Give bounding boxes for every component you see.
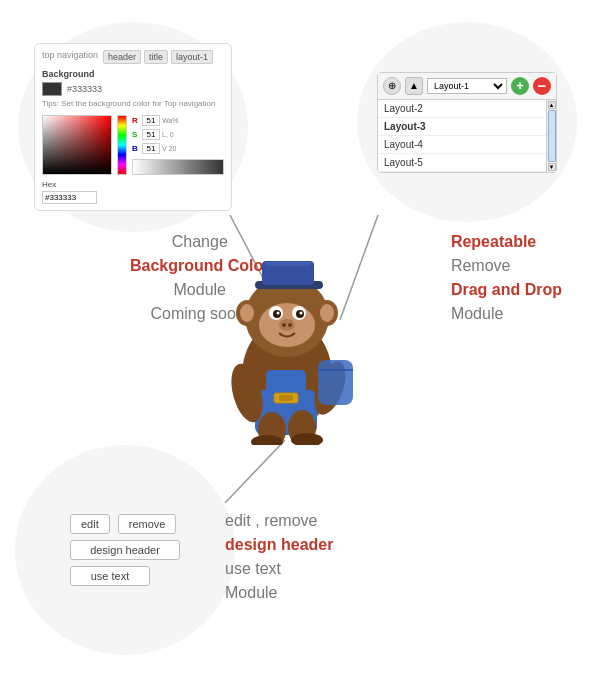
svg-rect-21 xyxy=(265,262,311,266)
tab-layout[interactable]: layout-1 xyxy=(171,50,213,64)
b-unit: V 20 xyxy=(162,145,176,152)
monkey-svg xyxy=(200,245,375,445)
use-text-button[interactable]: use text xyxy=(70,566,150,586)
layout-list: Layout-2 Layout-3 Layout-4 Layout-5 ▲ ▼ xyxy=(378,100,556,172)
desc-edit-module: edit , remove design header use text Mod… xyxy=(225,509,333,605)
edit-button[interactable]: edit xyxy=(70,514,110,534)
layout-scrollbar[interactable]: ▲ ▼ xyxy=(546,100,556,172)
g-unit: L, 0 xyxy=(162,131,174,138)
desc-tr-line2: Remove xyxy=(451,257,511,274)
up-icon[interactable]: ▲ xyxy=(405,77,423,95)
layout-bubble: ⊕ ▲ Layout-1 Layout-2 Layout-3 Layout-4 … xyxy=(357,22,577,222)
g-label: S xyxy=(132,130,140,139)
svg-point-13 xyxy=(282,323,286,327)
r-label: R xyxy=(132,116,140,125)
desc-tr-line4: Module xyxy=(451,305,503,322)
design-header-button[interactable]: design header xyxy=(70,540,180,560)
desc-bl-line1: edit , remove xyxy=(225,512,317,529)
g-input[interactable] xyxy=(142,129,160,140)
layout-item-3[interactable]: Layout-3 xyxy=(378,118,556,136)
scroll-down[interactable]: ▼ xyxy=(548,163,556,171)
desc-bl-line2: design header xyxy=(225,536,333,553)
bg-color-swatch[interactable] xyxy=(42,82,62,96)
bg-swatch-row: #333333 xyxy=(42,82,224,96)
desc-tr-line1: Repeatable xyxy=(451,233,536,250)
nav-tabs-row: top navigation header title layout-1 xyxy=(42,50,224,64)
svg-point-10 xyxy=(277,312,280,315)
remove-layout-button[interactable]: − xyxy=(533,77,551,95)
add-layout-button[interactable]: + xyxy=(511,77,529,95)
hex-label: Hex xyxy=(42,180,56,189)
nav-label: top navigation xyxy=(42,50,98,64)
bg-hex-display: #333333 xyxy=(67,84,102,94)
layout-item-5[interactable]: Layout-5 xyxy=(378,154,556,172)
hex-row: Hex xyxy=(42,180,224,204)
svg-point-14 xyxy=(288,323,292,327)
b-label: B xyxy=(132,144,140,153)
hue-slider[interactable] xyxy=(117,115,127,175)
svg-rect-28 xyxy=(318,360,353,405)
svg-point-16 xyxy=(240,304,254,322)
desc-bl-line3: use text xyxy=(225,560,281,577)
desc-bl-line4: Module xyxy=(225,584,277,601)
layout-item-2[interactable]: Layout-2 xyxy=(378,100,556,118)
remove-button[interactable]: remove xyxy=(118,514,177,534)
svg-rect-25 xyxy=(279,395,293,401)
bg-label: Background xyxy=(42,69,224,79)
tab-title[interactable]: title xyxy=(144,50,168,64)
r-slider-row: R Wa% xyxy=(132,115,224,126)
bg-tip-text: Tips: Set the background color for Top n… xyxy=(42,99,224,109)
scroll-up[interactable]: ▲ xyxy=(548,101,556,109)
svg-point-12 xyxy=(279,319,295,331)
desc-repeatable: Repeatable Remove Drag and Drop Module xyxy=(451,230,562,326)
rgb-sliders: R Wa% S L, 0 B V 20 xyxy=(132,115,224,175)
b-input[interactable] xyxy=(142,143,160,154)
layout-toolbar: ⊕ ▲ Layout-1 Layout-2 Layout-3 Layout-4 … xyxy=(378,73,556,100)
tab-header[interactable]: header xyxy=(103,50,141,64)
button-panel: edit remove design header use text xyxy=(60,504,190,596)
r-input[interactable] xyxy=(142,115,160,126)
hex-input[interactable] xyxy=(42,191,97,204)
scroll-thumb[interactable] xyxy=(548,110,556,162)
layout-dropdown[interactable]: Layout-1 Layout-2 Layout-3 Layout-4 Layo… xyxy=(427,78,507,94)
b-slider-row: B V 20 xyxy=(132,143,224,154)
svg-point-18 xyxy=(320,304,334,322)
nav-icon[interactable]: ⊕ xyxy=(383,77,401,95)
alpha-slider[interactable] xyxy=(132,159,224,175)
svg-line-2 xyxy=(225,440,285,503)
layout-panel: ⊕ ▲ Layout-1 Layout-2 Layout-3 Layout-4 … xyxy=(377,72,557,173)
color-picker-bubble: top navigation header title layout-1 Bac… xyxy=(18,22,248,232)
edit-buttons-bubble: edit remove design header use text xyxy=(15,445,235,655)
monkey-mascot xyxy=(200,245,375,445)
r-unit: Wa% xyxy=(162,117,178,124)
color-gradient-box[interactable] xyxy=(42,115,112,175)
color-picker-panel: top navigation header title layout-1 Bac… xyxy=(34,43,232,210)
g-slider-row: S L, 0 xyxy=(132,129,224,140)
layout-item-4[interactable]: Layout-4 xyxy=(378,136,556,154)
color-picker-area: R Wa% S L, 0 B V 20 xyxy=(42,115,224,175)
desc-tr-line3: Drag and Drop xyxy=(451,281,562,298)
svg-point-11 xyxy=(300,312,303,315)
